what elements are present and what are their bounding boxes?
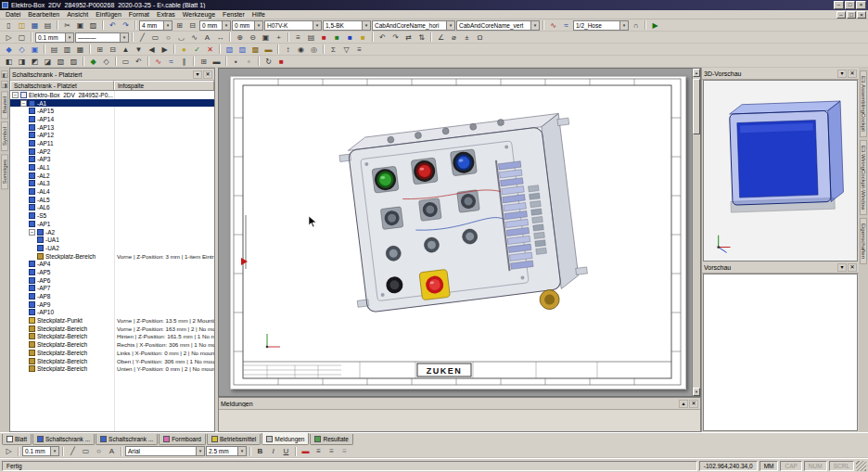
preview-viewport[interactable] (703, 274, 858, 431)
filter-icon[interactable]: ▽ (340, 44, 352, 55)
move-up-icon[interactable]: ▲ (120, 44, 132, 55)
menu-werkzeuge[interactable]: Werkzeuge (179, 11, 219, 18)
move-down-icon[interactable]: ▼ (133, 44, 145, 55)
mounting-plate-icon[interactable]: ▩ (249, 44, 262, 55)
ohm-icon[interactable]: Ω (474, 32, 486, 43)
tree-row[interactable]: -AP9 (10, 300, 214, 309)
line-width-combo[interactable]: 0.1 mm▾ (35, 32, 74, 43)
view-3d-icon[interactable]: ◆ (87, 56, 99, 67)
undo-icon[interactable]: ↶ (107, 19, 119, 31)
symbol-icon[interactable]: ◆ (3, 44, 15, 55)
wire-type-combo[interactable]: H07V-K▾ (264, 20, 322, 31)
symbol-outline-icon[interactable]: ◇ (16, 44, 28, 55)
tree-row[interactable]: -AP3 (10, 156, 214, 164)
tree-row[interactable]: -AP10 (10, 309, 214, 317)
tree-row[interactable]: -S5 (10, 211, 214, 220)
chevron-down-icon[interactable]: ▾ (196, 447, 204, 455)
tree-row[interactable]: -AP6 (10, 276, 214, 285)
error-icon[interactable]: ✕ (204, 44, 216, 55)
chevron-down-icon[interactable]: ▾ (313, 21, 321, 30)
tree-row[interactable]: -AL2 (10, 172, 214, 180)
tree-row[interactable]: -AP4 (10, 260, 214, 268)
draw-arc-icon[interactable]: ◡ (175, 32, 187, 43)
angle-icon[interactable]: ∠ (435, 32, 447, 43)
close-icon[interactable]: ✕ (848, 263, 857, 272)
wire-route-icon[interactable]: ∿ (152, 56, 164, 67)
chevron-down-icon[interactable]: ▾ (163, 21, 172, 30)
menu-format[interactable]: Format (125, 11, 153, 18)
menu-datei[interactable]: Datei (2, 11, 24, 18)
menu-fenster[interactable]: Fenster (219, 11, 249, 18)
chevron-down-icon[interactable]: ▾ (65, 33, 73, 42)
sort-icon[interactable]: ≡ (353, 44, 365, 55)
menu-einf-gen[interactable]: Einfügen (92, 11, 125, 18)
layers-icon[interactable]: ≡ (292, 32, 304, 43)
save-icon[interactable]: ▦ (29, 19, 41, 31)
draw-rect-icon[interactable]: ▭ (149, 32, 161, 43)
bundle-icon[interactable]: ≈ (165, 56, 177, 67)
view-right-icon[interactable]: ◪ (42, 56, 54, 67)
tree-column-header-name[interactable]: Schaltschrank - Platziet (10, 81, 114, 90)
chevron-down-icon[interactable]: ▾ (837, 70, 847, 78)
dock-tab-e3-assemblingcockpit[interactable]: E3.AssemblingCockpit (860, 70, 867, 137)
tree-row[interactable]: -AP2 (10, 147, 214, 156)
tree-row[interactable]: -AP11 (10, 139, 214, 147)
tree-row[interactable]: -UA2 (10, 244, 214, 252)
view-top-icon[interactable]: ▧ (55, 56, 67, 67)
chevron-down-icon[interactable]: ▾ (446, 21, 454, 30)
color-yellow-icon[interactable]: ■ (357, 32, 369, 43)
grid-toggle-icon[interactable]: ⊞ (198, 56, 210, 67)
tree-row[interactable]: -AL5 (10, 196, 214, 204)
font-color-icon[interactable]: ▬ (300, 446, 312, 457)
color-red-icon[interactable]: ■ (318, 32, 330, 43)
tab-resultate[interactable]: Resultate (310, 434, 352, 445)
graphic-text-icon[interactable]: A (106, 446, 118, 457)
highlight-icon[interactable]: ● (178, 44, 190, 55)
view-front-icon[interactable]: ◧ (3, 56, 15, 67)
color-blue-icon[interactable]: ■ (344, 32, 356, 43)
tree-row[interactable]: -AP14 (10, 115, 214, 123)
tree-row[interactable]: -AL1 (10, 163, 214, 172)
chevron-down-icon[interactable]: ▾ (254, 21, 262, 30)
tree-row[interactable]: -AL4 (10, 187, 214, 196)
chevron-down-icon[interactable]: ▾ (530, 21, 539, 30)
measure-icon[interactable]: ↕ (282, 44, 294, 55)
select-area-icon[interactable]: ▢ (16, 32, 28, 43)
tree-row[interactable]: -AP7 (10, 285, 214, 293)
dock-autohide-icon[interactable]: ◧ (1, 70, 8, 78)
rotate-left-icon[interactable]: ↶ (377, 32, 389, 43)
tree-row[interactable]: Steckplatz-BereichOben | Y-Position: 306… (10, 357, 214, 365)
menu-bearbeiten[interactable]: Bearbeiten (24, 11, 63, 18)
graphic-line-icon[interactable]: ╱ (67, 446, 79, 457)
chevron-down-icon[interactable]: ▾ (837, 263, 847, 272)
offset-y-stepper[interactable]: 0 mm▾ (232, 20, 263, 31)
tree-row[interactable]: Steckplatz-PunktVorne | Z-Position: 13.5… (10, 316, 214, 325)
run-icon[interactable]: ▶ (649, 19, 661, 31)
refresh-icon[interactable]: ↻ (262, 56, 274, 67)
core-spec-combo[interactable]: 1,5-BK▾ (323, 20, 371, 31)
tree-row[interactable]: -AP5 (10, 268, 214, 276)
chevron-down-icon[interactable]: ▾ (120, 33, 128, 42)
next-icon[interactable]: ▶ (159, 44, 171, 55)
line-style-combo[interactable]: ———▾ (75, 32, 129, 43)
sheet-list-icon[interactable]: ▤ (48, 44, 60, 55)
tree-row[interactable]: Steckplatz-BereichRechts | X-Position: 3… (10, 340, 214, 349)
tree-row[interactable]: Steckplatz-BereichVorne | Z-Position: 3 … (10, 252, 214, 261)
close-icon[interactable]: ✕ (203, 70, 212, 79)
cut-icon[interactable]: ✂ (61, 19, 73, 31)
close-icon[interactable]: ✕ (689, 400, 698, 408)
tree-row[interactable]: Steckplatz-BereichUnten | Y-Position: 0 … (10, 364, 214, 373)
device-browser-icon[interactable]: ▣ (29, 44, 41, 55)
align-left-icon[interactable]: ≡ (313, 446, 325, 457)
zoom-window-icon[interactable]: ▭ (120, 56, 132, 67)
drawing-canvas[interactable]: ZUKEN (218, 68, 701, 397)
flip-horizontal-icon[interactable]: ⇄ (402, 32, 415, 43)
text-icon[interactable]: A (201, 32, 213, 43)
pen-width-combo[interactable]: 0.1 mm▾ (22, 446, 59, 456)
tab-schaltschrank[interactable]: Schaltschrank ... (96, 434, 158, 445)
diameter-icon[interactable]: ⌀ (448, 32, 460, 43)
dock-tab-sonstiges[interactable]: Sonstiges (1, 154, 8, 189)
canvas-vertical-scrollbar[interactable]: ▲ ▼ (692, 69, 700, 396)
paste-icon[interactable]: ▨ (87, 19, 99, 31)
redo-icon[interactable]: ↷ (120, 19, 132, 31)
